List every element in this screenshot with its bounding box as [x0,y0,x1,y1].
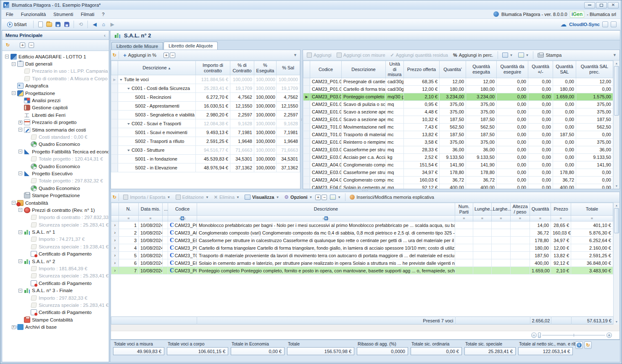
table-row[interactable]: CAM23_E03.0...Acciaio per c.a. Acciaio .… [303,153,613,161]
column-header[interactable]: Lunghe... [473,203,492,216]
equals-filter-icon[interactable]: = [530,216,551,222]
scroll-down-icon[interactable]: ▼ [614,183,619,189]
aggiungi-quantita-residua-button[interactable]: ✓ Aggiungi quantità residua [388,52,450,59]
column-header[interactable]: % Sal [277,61,300,75]
misure-scrollbar[interactable]: ▲ ▼ [613,203,619,324]
voci-scrollbar[interactable]: ▲ ▼ [613,61,619,189]
scroll-down-icon[interactable]: ▼ [614,319,619,324]
memoria-esplicativa-button[interactable]: Inserisci/Modifica memoria esplicativa [348,194,436,200]
table-row[interactable]: CAM23_E03.0...Casseforme per struttur...… [303,169,613,176]
scroll-up-icon[interactable]: ▲ [614,61,619,66]
tree-expander-icon[interactable]: − [18,230,22,234]
tree-item[interactable]: −Tipo di contratto : A Misura e Corpo [3,75,108,82]
table-row[interactable]: CAM23_P01.0...Presegnale di cantiere m..… [303,78,613,85]
tree-item[interactable]: −Importo : 74.271,37 € [3,236,108,243]
table-row[interactable]: ›410/08/2024CCAM23_P01.0Cartello di form… [111,244,613,252]
table-row[interactable]: ▶Tutte le voci131.884,56 €100,0000100,00… [111,75,300,84]
zoom-out-icon[interactable]: − [531,332,537,338]
grid-layout-button[interactable]: ▼ [328,194,343,200]
toolbar-overflow-icon[interactable]: ▼ [613,53,618,57]
column-header[interactable]: Totale [571,203,613,216]
column-header[interactable]: Quantità SAL prec. [576,61,613,78]
tree-item[interactable]: −Sicurezza speciale : 25.283,41 € [3,301,108,309]
home-icon[interactable]: ⌂ [100,21,107,28]
editazione-button[interactable]: Editazione▼ [174,194,211,200]
menu-file[interactable]: File [6,12,13,17]
tree-item[interactable]: −Sicurezza speciale : 25.283,41 € [3,221,108,228]
tree-item[interactable]: −Costi standard : 0,00 € [3,133,108,140]
info-button[interactable]: i [575,341,583,349]
column-header[interactable]: Descrizione ▲ [118,61,196,75]
row-expander[interactable]: › [111,222,119,229]
tree-item[interactable]: −Quadro Economico [3,141,108,148]
tree-expander-icon[interactable]: − [18,208,22,212]
table-row[interactable]: CAM23_E01.0...Scavo di pulizia o scotico… [303,100,613,108]
table-row[interactable]: CAM23_A04.0...Conglomerato composto...mc… [303,176,613,184]
table-row[interactable]: S001 - Scavi e movimenti9.493,13 €7,1981… [111,128,300,137]
table-row[interactable]: CAM23_E01.0...Scavo a sezione aperta ...… [303,108,613,116]
equals-filter-icon[interactable]: = [571,216,613,222]
save-icon[interactable] [55,21,61,28]
column-header[interactable]: Data mis. [139,203,163,216]
tree-item[interactable]: −Libretti dei Ferri [3,111,108,119]
tree-expander-icon[interactable]: − [18,150,22,153]
tree-expander-icon[interactable]: − [12,91,16,95]
visualizza-button[interactable]: Visualizza▼ [242,194,281,200]
tree-item[interactable]: −Prezzi di contratto (Rev. n° 1) [3,206,108,214]
contacts-icon[interactable] [602,21,608,27]
zoom-slider-thumb[interactable] [538,332,541,338]
filter-cell[interactable] [111,216,119,222]
tree-item[interactable]: −S.A.L. n° 1 [3,228,108,235]
elimina-button[interactable]: ✕ Elimina▼ [212,194,242,201]
collapse-all-icon[interactable]: − [322,195,327,200]
table-row[interactable]: CAM23_A04.0...Conglomerato composto...mc… [303,161,613,169]
menu-strumenti[interactable]: Strumenti [53,12,73,17]
equals-filter-icon[interactable]: = [551,216,571,222]
column-header[interactable]: Quantità da eseguire [497,61,528,78]
row-expander[interactable]: › [111,229,119,237]
forward-icon[interactable]: ▶ [109,21,116,28]
menu-help[interactable]: ? [102,12,105,17]
table-row[interactable]: ›510/08/2024CCAM23_T01.0Trasporto di mat… [111,252,613,259]
aggiungi-button[interactable]: Aggiungi [305,52,334,58]
tree-item[interactable]: −Analisi prezzi [3,97,108,104]
collapse-arrow-icon[interactable] [120,79,122,81]
column-header[interactable]: Quantita' [440,61,466,78]
table-row[interactable]: S001 - Recinzioni6.272,70 €4,7562100,000… [111,93,300,102]
tree-expander-icon[interactable]: − [18,128,22,132]
tree-item[interactable]: −Progetto Fattibilità Tecnica ed economi… [3,148,108,155]
table-row[interactable]: ›710/08/2024CCAM23_P03.0Ponteggio comple… [111,267,613,274]
tree-expander-icon[interactable]: − [12,62,16,66]
menu-filmati[interactable]: Filmati [81,12,94,17]
equals-filter-icon[interactable]: = [473,216,492,222]
table-row[interactable]: S002 - Trasporti a rifiuto2.591,25 €1,96… [111,137,300,146]
expand-all-icon[interactable]: + [315,195,321,200]
column-header[interactable]: Prezzo offerta [404,61,440,78]
table-row[interactable]: C001 - Costi della Sicurezza25.283,41 €1… [111,84,300,93]
tree-item[interactable]: −Importo : 297.832,33 € [3,294,108,301]
table-row[interactable]: S002 - in Elevazione48.976,94 €37,136210… [111,164,300,172]
tree-item[interactable]: −Stampe Contabilità [3,316,108,323]
toolbar-overflow-icon[interactable]: ▼ [293,53,298,57]
column-header[interactable]: Prezzo [551,203,571,216]
text-filter-icon[interactable]: aBc [168,216,197,222]
tree-item[interactable]: −S.A.L. n° 2 [3,258,108,265]
tree-item[interactable]: −Sicurezza speciale : 25.283,41 € [3,272,108,280]
tree-item[interactable]: −Anagrafica [3,82,108,90]
equals-filter-icon[interactable]: = [139,216,163,222]
tree-item[interactable]: +Prezzario di progetto [3,119,108,126]
tree-item[interactable]: −Importo di contratto : 297.832,33 € [3,214,108,221]
table-row[interactable]: ›610/08/2024CCAM23_E04.0Solaio in cement… [111,259,613,267]
scroll-up-icon[interactable]: ▲ [614,203,619,208]
collapse-arrow-icon[interactable] [127,150,130,151]
tree-item[interactable]: −Contabilità [3,199,108,206]
close-button[interactable]: ✕ [608,2,619,8]
table-row[interactable]: S003 - Segnaletica e viabilità2.980,20 €… [111,111,300,119]
row-expander[interactable]: › [111,252,119,259]
tree-item[interactable]: −Progetto Esecutivo [3,170,108,177]
zoom-in-icon[interactable]: + [606,332,612,338]
tree-expander-icon[interactable]: − [18,171,22,175]
table-row[interactable]: CAM23_E04.0...Solaio in cemento armat...… [303,184,613,189]
column-header[interactable]: ... [163,203,168,216]
column-header[interactable]: Descrizione [342,61,386,78]
